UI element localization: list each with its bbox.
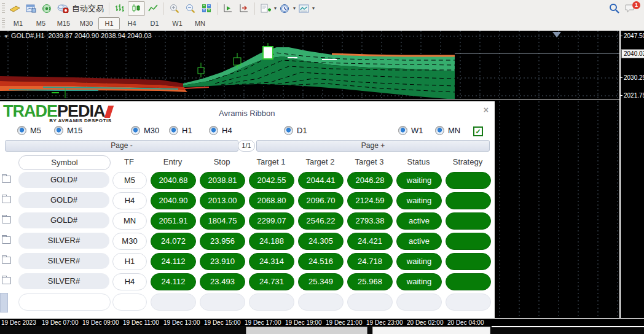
target2-cell[interactable]: 2546.22 xyxy=(298,212,344,230)
target1-cell[interactable]: 2299.07 xyxy=(249,212,294,230)
chart-shift-icon[interactable] xyxy=(236,2,252,15)
radio-m30[interactable]: M30 xyxy=(131,126,159,135)
status-cell[interactable]: waiting xyxy=(396,172,442,189)
timeframe-m5[interactable]: M5 xyxy=(30,17,52,30)
search-icon[interactable] xyxy=(606,2,622,15)
target3-cell[interactable]: 2124.59 xyxy=(347,192,393,209)
page-minus-button[interactable]: Page - xyxy=(5,140,238,152)
templates-dropdown-icon[interactable]: ▾ xyxy=(312,6,315,11)
target3-cell[interactable]: 2046.28 xyxy=(347,172,393,189)
entry-cell[interactable]: 24.072 xyxy=(151,233,196,250)
new-chart-icon[interactable] xyxy=(23,2,39,15)
folder-icon[interactable] xyxy=(2,216,11,223)
target2-cell[interactable] xyxy=(298,293,344,311)
radio-m15[interactable]: M15 xyxy=(54,126,82,135)
tf-cell[interactable] xyxy=(112,293,147,311)
tf-cell[interactable]: H4 xyxy=(112,192,147,209)
notifications-icon[interactable]: 1 xyxy=(622,2,638,15)
folder-icon[interactable] xyxy=(2,196,11,203)
symbol-cell[interactable]: GOLD# xyxy=(18,172,109,188)
stop-cell[interactable] xyxy=(200,293,245,311)
strategy-cell[interactable] xyxy=(446,293,491,311)
target2-cell[interactable]: 25.349 xyxy=(298,273,344,290)
autotrading-button[interactable]: 自动交易 xyxy=(72,3,104,14)
new-order-icon[interactable] xyxy=(7,2,23,15)
radio-m5[interactable]: M5 xyxy=(17,126,41,135)
status-cell[interactable]: active xyxy=(396,233,442,250)
symbol-cell[interactable]: GOLD# xyxy=(18,212,109,228)
timeframe-h1[interactable]: H1 xyxy=(98,17,120,30)
target1-cell[interactable] xyxy=(249,293,294,311)
folder-icon[interactable] xyxy=(2,176,11,183)
strategy-cell[interactable] xyxy=(446,212,491,230)
chart-window-tab[interactable] xyxy=(246,327,367,334)
strategy-cell[interactable] xyxy=(446,273,491,290)
radio-h4[interactable]: H4 xyxy=(209,126,232,135)
row-handle[interactable] xyxy=(0,293,8,313)
tile-windows-icon[interactable] xyxy=(198,2,214,15)
status-cell[interactable]: waiting xyxy=(396,253,442,270)
zoom-in-icon[interactable] xyxy=(167,2,183,15)
status-cell[interactable]: waiting xyxy=(396,192,442,209)
entry-cell[interactable]: 2040.68 xyxy=(151,172,196,189)
radio-w1[interactable]: W1 xyxy=(398,126,423,135)
entry-cell[interactable] xyxy=(151,293,196,311)
bar-chart-icon[interactable] xyxy=(112,2,128,15)
line-chart-icon[interactable] xyxy=(145,2,161,15)
indicators-icon[interactable] xyxy=(257,2,273,15)
target3-cell[interactable]: 24.718 xyxy=(347,253,393,270)
auto-scroll-icon[interactable] xyxy=(220,2,236,15)
candlestick-chart-icon[interactable] xyxy=(128,1,145,16)
stop-cell[interactable]: 2038.81 xyxy=(200,172,245,189)
chart-symbol-line[interactable]: ▼GOLD#,H1 2039.87 2040.90 2038.94 2040.0… xyxy=(4,32,152,39)
target1-cell[interactable]: 24.314 xyxy=(249,253,294,270)
strategy-cell[interactable] xyxy=(446,192,491,209)
timeframe-m1[interactable]: M1 xyxy=(7,17,29,30)
signals-icon[interactable] xyxy=(39,2,55,15)
timeframe-d1[interactable]: D1 xyxy=(144,17,165,30)
radio-mn[interactable]: MN xyxy=(435,126,460,135)
target2-cell[interactable]: 2096.70 xyxy=(298,192,344,209)
symbol-cell[interactable]: SILVER# xyxy=(18,253,109,269)
target3-cell[interactable]: 25.968 xyxy=(347,273,393,290)
tf-cell[interactable]: H1 xyxy=(112,253,147,270)
target2-cell[interactable]: 24.516 xyxy=(298,253,344,270)
toolbar-grip[interactable] xyxy=(2,3,5,14)
target2-cell[interactable]: 24.305 xyxy=(298,233,344,250)
folder-icon[interactable] xyxy=(2,236,11,244)
strategy-cell[interactable] xyxy=(446,253,491,270)
chart-window-tab[interactable] xyxy=(372,327,490,334)
page-plus-button[interactable]: Page + xyxy=(256,140,490,152)
symbol-cell[interactable]: SILVER# xyxy=(18,273,109,289)
zoom-out-icon[interactable] xyxy=(183,2,198,15)
tf-cell[interactable]: M5 xyxy=(112,172,147,189)
target3-cell[interactable]: 2793.38 xyxy=(347,212,393,230)
symbol-cell[interactable] xyxy=(18,293,111,311)
stop-cell[interactable]: 2013.00 xyxy=(200,192,245,209)
timeframe-bar-grip[interactable] xyxy=(2,18,5,29)
entry-cell[interactable]: 2051.91 xyxy=(151,212,196,230)
timeframe-w1[interactable]: W1 xyxy=(167,17,188,30)
stop-cell[interactable]: 23.493 xyxy=(200,273,245,290)
target2-cell[interactable]: 2044.41 xyxy=(298,172,344,189)
target1-cell[interactable]: 24.731 xyxy=(249,273,294,290)
tf-cell[interactable]: MN xyxy=(112,212,147,230)
status-cell[interactable]: active xyxy=(396,212,442,230)
symbol-cell[interactable]: SILVER# xyxy=(18,233,109,249)
radio-h1[interactable]: H1 xyxy=(169,126,192,135)
stop-cell[interactable]: 1804.75 xyxy=(200,212,245,230)
entry-cell[interactable]: 24.112 xyxy=(151,273,196,290)
radio-d1[interactable]: D1 xyxy=(284,126,307,135)
target1-cell[interactable]: 2068.80 xyxy=(249,192,294,209)
templates-icon[interactable] xyxy=(296,2,312,15)
target3-cell[interactable]: 24.421 xyxy=(347,233,393,250)
timeframe-h4[interactable]: H4 xyxy=(121,17,143,30)
stop-cell[interactable]: 23.956 xyxy=(200,233,245,250)
target1-cell[interactable]: 2042.55 xyxy=(249,172,294,189)
status-cell[interactable]: waiting xyxy=(396,273,442,290)
tf-cell[interactable]: M30 xyxy=(112,233,147,250)
target1-cell[interactable]: 24.188 xyxy=(249,233,294,250)
timeframe-mn[interactable]: MN xyxy=(189,17,211,30)
timeframe-m15[interactable]: M15 xyxy=(53,17,74,30)
close-icon[interactable]: × xyxy=(484,105,489,115)
